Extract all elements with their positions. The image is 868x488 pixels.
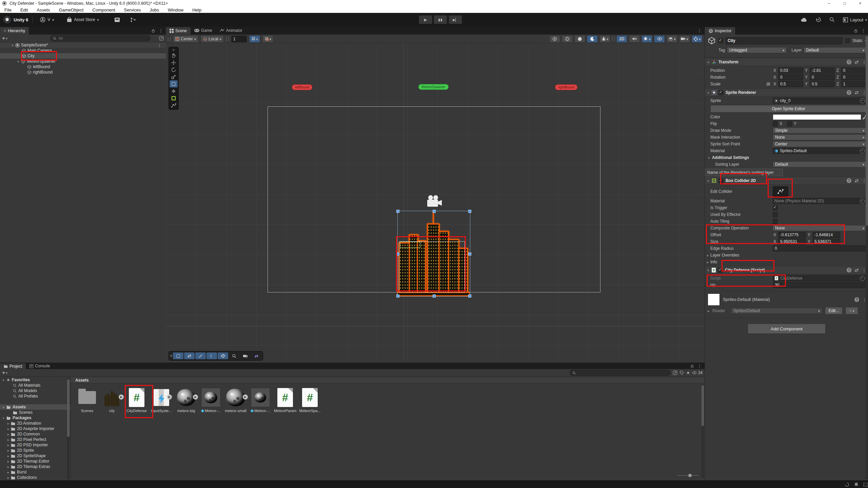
lock-icon[interactable]	[690, 364, 694, 368]
rotation-y-field[interactable]: 0	[810, 74, 835, 80]
transform-header[interactable]: Transform ?	[705, 58, 868, 66]
material-object-field[interactable]: Sprites-Default	[773, 148, 867, 154]
layout-dropdown[interactable]: Layout	[843, 17, 867, 22]
foldout-icon[interactable]	[708, 308, 709, 313]
effects-dropdown[interactable]	[642, 35, 652, 43]
position-z-field[interactable]: 0	[841, 67, 866, 74]
object-picker-icon[interactable]	[860, 276, 865, 281]
tree-package-row[interactable]: 2D Pixel Perfect	[0, 437, 70, 442]
overlay-rect-icon[interactable]	[173, 352, 183, 359]
size-x-field[interactable]: 5.950531	[778, 239, 806, 245]
asset-item-meteorparam[interactable]: MeteorParam	[273, 388, 297, 413]
play-button[interactable]	[419, 15, 432, 24]
component-enabled-checkbox[interactable]	[718, 268, 723, 273]
scene-picker-icon[interactable]	[159, 36, 164, 41]
presets-icon[interactable]	[854, 268, 859, 272]
object-picker-icon[interactable]	[860, 148, 865, 154]
expand-asset-icon[interactable]	[243, 394, 248, 400]
close-icon[interactable]: ×	[852, 0, 868, 7]
favorite-all-prefabs[interactable]: All Prefabs	[0, 393, 70, 399]
drag-handle[interactable]	[612, 37, 615, 41]
debug-dropdown[interactable]	[599, 35, 610, 43]
hierarchy-item-rightbound[interactable]: rightBound	[0, 69, 166, 75]
create-dropdown[interactable]	[2, 35, 7, 41]
active-checkbox[interactable]	[718, 38, 723, 43]
hierarchy-search[interactable]	[50, 35, 151, 41]
city-defense-header[interactable]: City Defense (Script) ?	[705, 266, 868, 274]
leftbound-label[interactable]: leftBound	[292, 84, 312, 90]
foldout-icon[interactable]	[17, 59, 20, 64]
kebab-menu-icon[interactable]	[157, 43, 162, 48]
hierarchy-scene-row[interactable]: SampleScene*	[0, 42, 166, 48]
offset-x-field[interactable]: -0.613775	[778, 232, 806, 238]
foldout-icon[interactable]	[707, 253, 709, 258]
tree-packages-row[interactable]: Packages	[0, 415, 70, 421]
tab-scene[interactable]: Scene	[166, 27, 191, 35]
menu-help[interactable]: Help	[188, 7, 206, 13]
package-manager-icon[interactable]	[111, 15, 123, 24]
tree-package-row[interactable]: 2D Animation	[0, 421, 70, 426]
color-swatch[interactable]	[773, 114, 861, 120]
grid-size-field[interactable]: 1	[231, 36, 247, 42]
tree-package-row[interactable]: 2D Aseprite Importer	[0, 426, 70, 431]
audio-mute-button[interactable]	[629, 35, 640, 43]
asset-item-meteor-big[interactable]: meteor-big	[174, 388, 198, 413]
tree-scenes-row[interactable]: Scenes	[0, 410, 70, 415]
search-icon[interactable]	[829, 17, 835, 22]
shaded-mode-button[interactable]	[549, 35, 560, 43]
cloud-icon[interactable]	[801, 17, 808, 22]
shaded-wire-button[interactable]	[574, 35, 585, 43]
sprite-object-field[interactable]: city_0	[773, 98, 867, 104]
asset-item-city[interactable]: city	[100, 388, 124, 413]
foldout-icon[interactable]	[708, 155, 710, 160]
composite-operation-dropdown[interactable]: None	[773, 225, 867, 231]
help-icon[interactable]: ?	[847, 60, 851, 64]
saved-search-icon[interactable]	[686, 370, 690, 375]
scale-y-field[interactable]: 0.5	[810, 81, 835, 87]
sprite-sort-point-dropdown[interactable]: Center	[773, 141, 867, 147]
grid-snapping-button[interactable]	[262, 35, 273, 43]
maximize-icon[interactable]: □	[837, 0, 852, 7]
presets-icon[interactable]	[854, 90, 859, 95]
drag-handle[interactable]	[170, 353, 172, 358]
foldout-icon[interactable]	[707, 90, 710, 95]
project-search[interactable]	[570, 370, 671, 376]
minimize-icon[interactable]: –	[821, 0, 837, 7]
hierarchy-item-main-camera[interactable]: Main Camera	[0, 48, 166, 53]
hierarchy-search-input[interactable]	[58, 36, 148, 41]
tab-animator[interactable]: Animator	[216, 26, 246, 35]
menu-jobs[interactable]: Jobs	[145, 7, 163, 13]
gameobject-name-field[interactable]: City	[726, 37, 843, 44]
draw-mode-dropdown[interactable]: Simple	[773, 127, 867, 134]
foldout-icon[interactable]	[11, 43, 14, 47]
help-icon[interactable]: ?	[847, 268, 851, 272]
overlay-moon-icon[interactable]	[206, 352, 217, 359]
lock-icon[interactable]	[854, 28, 858, 33]
tab-project[interactable]: Project	[0, 363, 26, 369]
scale-x-field[interactable]: 0.5	[778, 81, 803, 87]
create-dropdown[interactable]	[2, 370, 7, 376]
kebab-menu-icon[interactable]	[861, 28, 866, 33]
step-button[interactable]	[449, 15, 462, 24]
drag-handle[interactable]	[173, 48, 175, 52]
slider-handle[interactable]	[688, 474, 692, 477]
static-checkbox[interactable]	[845, 38, 850, 43]
mask-interaction-dropdown[interactable]: None	[773, 134, 867, 140]
foldout-icon[interactable]	[707, 178, 710, 183]
foldout-icon[interactable]	[707, 268, 710, 272]
menu-assets[interactable]: Assets	[32, 7, 54, 13]
thumbnail-zoom-slider[interactable]	[677, 473, 698, 477]
shader-edit-button[interactable]: Edit...	[825, 307, 843, 314]
object-picker-icon[interactable]	[860, 98, 865, 103]
tree-assets-row[interactable]: Assets	[0, 404, 70, 410]
asset-item-citydefense[interactable]: CityDefense	[125, 388, 149, 413]
assets-breadcrumb[interactable]: Assets	[71, 377, 705, 384]
tree-package-row[interactable]: 2D Tilemap Editor	[0, 459, 70, 464]
collider-handle[interactable]	[468, 294, 471, 298]
layer-dropdown[interactable]: Default	[804, 47, 867, 53]
script-object-field[interactable]: CityDefense	[773, 275, 867, 281]
tree-package-row[interactable]: 2D PSD Importer	[0, 442, 70, 448]
account-dropdown[interactable]: V	[37, 15, 57, 24]
search-by-type-icon[interactable]	[673, 370, 677, 375]
layers-dropdown[interactable]	[667, 35, 677, 43]
